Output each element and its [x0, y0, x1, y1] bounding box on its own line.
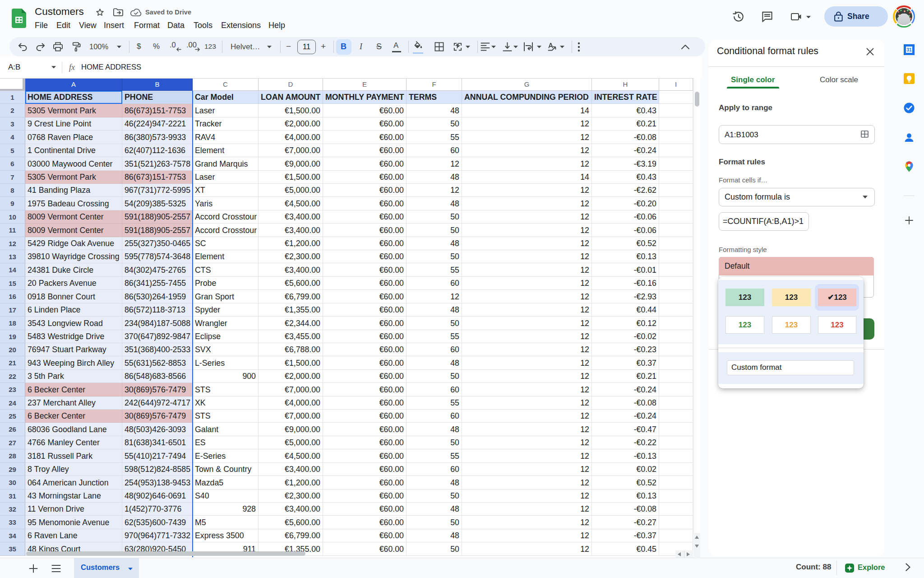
- svg-text:31: 31: [906, 47, 912, 52]
